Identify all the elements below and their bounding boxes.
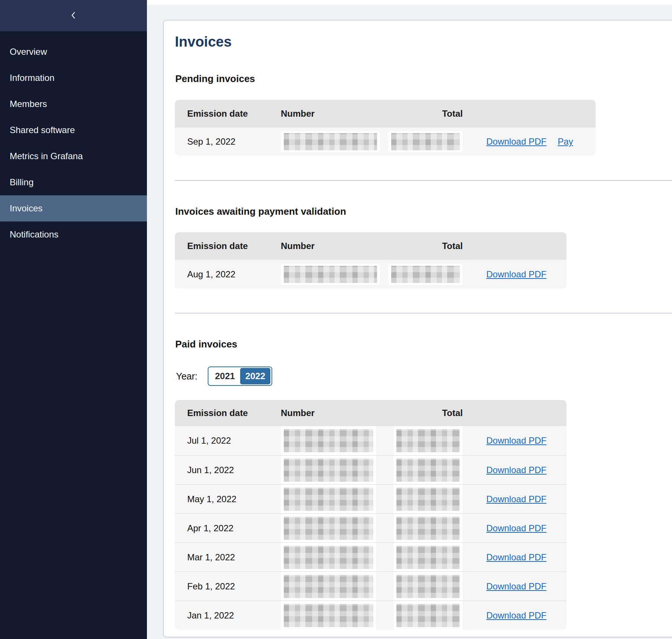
redacted-invoice-total — [396, 575, 460, 598]
year-option-2021[interactable]: 2021 — [210, 368, 240, 384]
column-header-emission-date: Emission date — [187, 108, 281, 119]
redacted-invoice-total — [396, 604, 460, 627]
paid-invoices-table: Emission date Number Total Jul 1, 2022 D… — [175, 400, 566, 630]
year-filter: Year: 2021 2022 — [176, 366, 272, 387]
table-header-row: Emission date Number Total — [175, 400, 566, 426]
year-label: Year: — [176, 371, 197, 382]
table-row: Sep 1, 2022 Download PDF Pay — [175, 128, 596, 155]
redacted-invoice-total — [391, 133, 460, 150]
invoice-date: Mar 1, 2022 — [187, 552, 281, 563]
column-header-emission-date: Emission date — [187, 241, 281, 251]
download-pdf-link[interactable]: Download PDF — [486, 523, 546, 533]
column-header-total: Total — [394, 408, 463, 418]
table-row: Jun 1, 2022 Download PDF — [175, 455, 566, 484]
invoice-date: Jul 1, 2022 — [187, 435, 281, 446]
table-row: Aug 1, 2022 Download PDF — [175, 260, 566, 289]
sidebar-collapse-button[interactable] — [65, 7, 82, 24]
pending-invoices-table: Emission date Number Total Sep 1, 2022 D… — [175, 100, 596, 155]
download-pdf-link[interactable]: Download PDF — [486, 581, 546, 592]
section-divider — [175, 313, 672, 314]
column-header-number: Number — [281, 241, 394, 251]
chevron-left-icon — [69, 10, 78, 21]
sidebar-header — [0, 0, 147, 31]
download-pdf-link[interactable]: Download PDF — [486, 494, 546, 504]
table-row: May 1, 2022 Download PDF — [175, 484, 566, 513]
invoice-date: May 1, 2022 — [187, 494, 281, 504]
sidebar-item-billing[interactable]: Billing — [0, 169, 147, 195]
sidebar-item-members[interactable]: Members — [0, 91, 147, 117]
year-option-2022[interactable]: 2022 — [240, 368, 270, 384]
invoice-date: Aug 1, 2022 — [187, 269, 281, 280]
redacted-invoice-number — [284, 133, 377, 150]
redacted-invoice-total — [396, 429, 460, 452]
column-header-number: Number — [281, 108, 394, 119]
download-pdf-link[interactable]: Download PDF — [486, 136, 546, 147]
invoice-date: Feb 1, 2022 — [187, 581, 281, 592]
sidebar: Overview Information Members Shared soft… — [0, 0, 147, 639]
table-header-row: Emission date Number Total — [175, 232, 566, 260]
redacted-invoice-number — [284, 575, 373, 598]
download-pdf-link[interactable]: Download PDF — [486, 269, 546, 280]
column-header-number: Number — [281, 408, 394, 418]
redacted-invoice-number — [284, 459, 373, 482]
download-pdf-link[interactable]: Download PDF — [486, 465, 546, 475]
download-pdf-link[interactable]: Download PDF — [486, 552, 546, 563]
awaiting-validation-heading: Invoices awaiting payment validation — [175, 206, 346, 217]
page-title: Invoices — [175, 34, 232, 50]
redacted-invoice-number — [284, 546, 373, 569]
download-pdf-link[interactable]: Download PDF — [486, 610, 546, 621]
sidebar-item-overview[interactable]: Overview — [0, 39, 147, 65]
redacted-invoice-number — [284, 488, 373, 511]
invoice-date: Sep 1, 2022 — [187, 136, 281, 147]
pay-link[interactable]: Pay — [558, 136, 573, 147]
download-pdf-link[interactable]: Download PDF — [486, 435, 546, 446]
pending-invoices-heading: Pending invoices — [175, 73, 255, 85]
awaiting-invoices-table: Emission date Number Total Aug 1, 2022 D… — [175, 232, 566, 289]
table-row: Feb 1, 2022 Download PDF — [175, 572, 566, 601]
table-row: Jan 1, 2022 Download PDF — [175, 601, 566, 630]
sidebar-item-information[interactable]: Information — [0, 65, 147, 91]
redacted-invoice-total — [396, 459, 460, 482]
main-area: Invoices Pending invoices Emission date … — [147, 0, 672, 639]
redacted-invoice-number — [284, 604, 373, 627]
table-row: Jul 1, 2022 Download PDF — [175, 426, 566, 455]
sidebar-item-shared-software[interactable]: Shared software — [0, 117, 147, 143]
column-header-total: Total — [394, 241, 463, 251]
table-row: Apr 1, 2022 Download PDF — [175, 513, 566, 542]
redacted-invoice-number — [284, 429, 373, 452]
sidebar-item-invoices[interactable]: Invoices — [0, 195, 147, 221]
top-strip — [147, 0, 672, 5]
invoice-date: Apr 1, 2022 — [187, 523, 281, 533]
sidebar-item-notifications[interactable]: Notifications — [0, 221, 147, 248]
redacted-invoice-total — [396, 517, 460, 540]
invoice-date: Jan 1, 2022 — [187, 610, 281, 621]
redacted-invoice-number — [284, 266, 377, 283]
sidebar-nav: Overview Information Members Shared soft… — [0, 31, 147, 248]
paid-invoices-heading: Paid invoices — [175, 339, 237, 350]
table-row: Mar 1, 2022 Download PDF — [175, 542, 566, 572]
redacted-invoice-total — [391, 266, 460, 283]
invoices-card: Invoices Pending invoices Emission date … — [163, 20, 672, 638]
column-header-total: Total — [394, 108, 463, 119]
section-divider — [175, 180, 672, 181]
redacted-invoice-total — [396, 546, 460, 569]
column-header-emission-date: Emission date — [187, 408, 281, 418]
year-toggle: 2021 2022 — [208, 366, 272, 386]
sidebar-item-metrics-in-grafana[interactable]: Metrics in Grafana — [0, 143, 147, 169]
invoice-date: Jun 1, 2022 — [187, 465, 281, 475]
redacted-invoice-number — [284, 517, 373, 540]
table-header-row: Emission date Number Total — [175, 100, 596, 128]
redacted-invoice-total — [396, 488, 460, 511]
